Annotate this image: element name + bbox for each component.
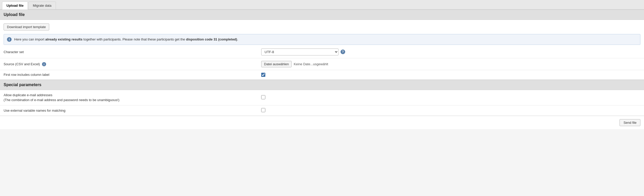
info-icon: i [7, 37, 12, 42]
allow-duplicate-sublabel: (The combination of e-mail address and p… [4, 98, 119, 102]
source-field-cell: Datei auswählen Keine Date...usgewählt [258, 58, 644, 70]
source-row: Source (CSV and Excel) i Datei auswählen… [0, 58, 644, 70]
section-body: Download import template [0, 20, 644, 34]
external-variable-label: Use external variable names for matching [0, 105, 258, 116]
character-set-field-cell: UTF-8 ISO-8859-1 Windows-1252 ? [258, 46, 644, 58]
tab-migrate-data[interactable]: Migrate data [28, 2, 56, 9]
download-import-template-button[interactable]: Download import template [4, 23, 49, 30]
send-file-row: Send file [0, 116, 644, 129]
external-variable-field-cell [258, 105, 644, 116]
send-file-button[interactable]: Send file [620, 119, 640, 126]
source-label-flex: Source (CSV and Excel) i [4, 62, 254, 66]
character-set-row-flex: UTF-8 ISO-8859-1 Windows-1252 ? [261, 48, 345, 55]
special-form-table: Allow duplicate e-mail addresses (The co… [0, 90, 644, 116]
source-label: Source (CSV and Excel) i [0, 58, 258, 70]
info-bold1: already existing results [45, 37, 83, 41]
special-section-header: Special parameters [0, 80, 644, 90]
tabs-bar: Upload file Migrate data [0, 0, 644, 10]
allow-duplicate-label: Allow duplicate e-mail addresses (The co… [0, 90, 258, 105]
allow-duplicate-row: Allow duplicate e-mail addresses (The co… [0, 90, 644, 105]
allow-duplicate-field-cell [258, 90, 644, 105]
file-chooser-button[interactable]: Datei auswählen [261, 61, 292, 67]
upload-section-header: Upload file [0, 10, 644, 20]
allow-duplicate-checkbox[interactable] [261, 95, 265, 99]
info-bar: i Here you can import already existing r… [4, 34, 640, 45]
first-row-row: First row includes column label [0, 70, 644, 79]
first-row-checkbox[interactable] [261, 73, 265, 77]
source-row-flex: Datei auswählen Keine Date...usgewählt [261, 61, 328, 67]
tab-upload-file[interactable]: Upload file [2, 2, 28, 10]
external-variable-row: Use external variable names for matching [0, 105, 644, 116]
first-row-field-cell [258, 70, 644, 79]
character-set-row: Character set UTF-8 ISO-8859-1 Windows-1… [0, 46, 644, 58]
character-set-help-icon[interactable]: ? [341, 50, 345, 54]
first-row-label: First row includes column label [0, 70, 258, 79]
no-file-label: Keine Date...usgewählt [294, 62, 328, 66]
main-content: Upload file Download import template i H… [0, 10, 644, 129]
source-info-icon: i [42, 62, 46, 66]
upload-form-table: Character set UTF-8 ISO-8859-1 Windows-1… [0, 46, 644, 80]
info-bold2: disposition code 31 (completed) [186, 37, 237, 41]
character-set-label: Character set [0, 46, 258, 58]
external-variable-checkbox[interactable] [261, 108, 265, 112]
character-set-select[interactable]: UTF-8 ISO-8859-1 Windows-1252 [261, 48, 338, 55]
info-text: Here you can import already existing res… [14, 37, 238, 42]
source-label-text: Source (CSV and Excel) [4, 62, 40, 66]
